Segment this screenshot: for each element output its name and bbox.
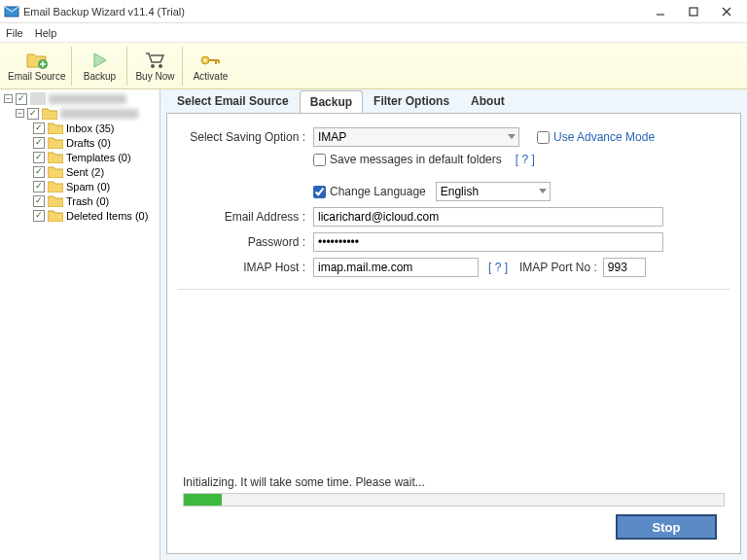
checkbox[interactable] <box>33 152 45 163</box>
tree-folder[interactable]: Deleted Items (0) <box>31 208 158 223</box>
checkbox[interactable] <box>33 195 45 207</box>
checkbox[interactable] <box>33 137 45 149</box>
tree-folder[interactable]: Templates (0) <box>31 150 158 164</box>
stop-button[interactable]: Stop <box>616 514 717 540</box>
email-field[interactable] <box>313 207 663 227</box>
toolbar-label: Backup <box>84 71 116 82</box>
app-icon <box>4 4 19 19</box>
folder-icon <box>48 180 63 192</box>
backup-panel: Select Saving Option : IMAP Use Advance … <box>166 113 741 554</box>
svg-point-7 <box>159 64 162 68</box>
toolbar: Email Source Backup Buy Now Activate <box>0 43 747 89</box>
imap-port-field[interactable] <box>603 258 646 277</box>
minimize-button[interactable] <box>644 1 677 22</box>
tab-about[interactable]: About <box>460 89 516 113</box>
folder-label: Deleted Items (0) <box>66 210 148 222</box>
folder-icon <box>48 151 63 163</box>
root-icon <box>30 92 46 105</box>
saving-option-select[interactable]: IMAP <box>313 127 519 147</box>
toolbar-email-source[interactable]: Email Source <box>4 45 69 88</box>
separator <box>182 47 183 86</box>
change-language-label: Change Language <box>330 185 426 198</box>
progress-fill <box>184 494 222 506</box>
main-area: − − Inbox (35)Drafts (0)Templates (0)Sen… <box>0 89 747 560</box>
saving-option-label: Select Saving Option : <box>177 130 313 144</box>
tree-folder[interactable]: Sent (2) <box>31 164 158 179</box>
window-title: Email Backup Wizard v11.4 (Trial) <box>23 6 644 18</box>
content-area: Select Email Source Backup Filter Option… <box>160 89 747 560</box>
account-name <box>60 109 138 119</box>
tab-select-source[interactable]: Select Email Source <box>166 89 300 113</box>
imap-port-label: IMAP Port No : <box>519 261 597 274</box>
help-link[interactable]: [ ? ] <box>488 261 508 274</box>
toolbar-buy-now[interactable]: Buy Now <box>129 45 180 88</box>
help-link[interactable]: [ ? ] <box>516 153 535 166</box>
tree-folder[interactable]: Inbox (35) <box>31 121 158 135</box>
svg-rect-2 <box>690 8 697 16</box>
tab-backup[interactable]: Backup <box>300 90 363 114</box>
play-icon <box>90 50 108 71</box>
tree-folder[interactable]: Trash (0) <box>31 193 158 208</box>
password-label: Password : <box>177 235 313 249</box>
folder-label: Spam (0) <box>66 181 110 192</box>
checkbox[interactable] <box>16 93 27 105</box>
svg-point-9 <box>204 59 207 62</box>
tree-folder[interactable]: Spam (0) <box>31 179 158 193</box>
key-icon <box>199 50 221 71</box>
imap-host-field[interactable] <box>313 258 479 277</box>
folder-icon <box>42 107 57 120</box>
folder-label: Sent (2) <box>66 166 104 178</box>
progress-bar <box>183 493 725 507</box>
title-bar: Email Backup Wizard v11.4 (Trial) <box>0 0 747 23</box>
folder-icon <box>48 165 63 178</box>
password-field[interactable] <box>313 232 663 252</box>
tab-strip: Select Email Source Backup Filter Option… <box>160 89 747 113</box>
save-default-checkbox[interactable] <box>313 154 326 166</box>
toolbar-label: Buy Now <box>135 71 174 82</box>
change-language-checkbox[interactable] <box>313 186 326 198</box>
menu-file[interactable]: File <box>6 27 23 39</box>
svg-rect-10 <box>30 92 46 105</box>
checkbox[interactable] <box>33 181 45 192</box>
separator <box>126 47 127 86</box>
folder-icon <box>48 209 63 222</box>
checkbox[interactable] <box>27 108 39 120</box>
folder-label: Trash (0) <box>66 195 109 207</box>
checkbox[interactable] <box>33 166 45 178</box>
checkbox[interactable] <box>33 122 45 134</box>
maximize-button[interactable] <box>677 1 710 22</box>
save-default-label: Save messages in default folders <box>330 153 502 166</box>
toolbar-backup[interactable]: Backup <box>74 45 124 88</box>
tree-folder[interactable]: Drafts (0) <box>31 135 158 150</box>
menu-help[interactable]: Help <box>35 27 57 39</box>
tree-root[interactable]: − <box>2 91 158 106</box>
separator <box>71 47 72 86</box>
tab-filter[interactable]: Filter Options <box>363 89 460 113</box>
language-select[interactable]: English <box>436 182 551 201</box>
svg-point-6 <box>151 64 155 68</box>
folder-tree: − − Inbox (35)Drafts (0)Templates (0)Sen… <box>0 89 160 560</box>
account-name <box>49 94 126 104</box>
advance-mode-label[interactable]: Use Advance Mode <box>553 130 655 144</box>
menu-bar: File Help <box>0 23 747 43</box>
toolbar-activate[interactable]: Activate <box>185 45 235 88</box>
folder-icon <box>48 122 63 134</box>
email-label: Email Address : <box>177 210 313 224</box>
imap-host-label: IMAP Host : <box>177 261 313 274</box>
divider <box>177 289 730 290</box>
collapse-icon[interactable]: − <box>4 94 13 103</box>
folder-label: Templates (0) <box>66 152 131 163</box>
folder-icon <box>48 136 63 149</box>
advance-mode-checkbox[interactable] <box>537 131 550 144</box>
folder-label: Inbox (35) <box>66 122 115 134</box>
close-button[interactable] <box>710 1 743 22</box>
collapse-icon[interactable]: − <box>16 109 24 118</box>
checkbox[interactable] <box>33 210 45 222</box>
folder-add-icon <box>26 50 48 71</box>
toolbar-label: Activate <box>194 71 229 82</box>
toolbar-label: Email Source <box>8 71 65 82</box>
status-text: Initializing. It will take some time. Pl… <box>177 475 730 489</box>
folder-icon <box>48 194 63 207</box>
cart-icon <box>144 50 165 71</box>
tree-account[interactable]: − <box>14 106 158 121</box>
